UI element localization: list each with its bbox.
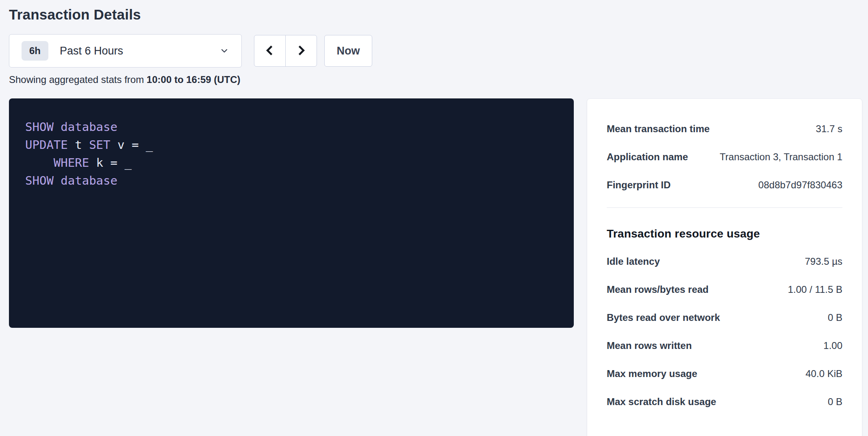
chevron-left-icon <box>264 44 276 58</box>
stat-label: Max memory usage <box>607 368 705 379</box>
code-line: UPDATE t SET v = _ <box>25 136 558 154</box>
usage-rows: Idle latency793.5 µsMean rows/bytes read… <box>607 256 842 408</box>
stat-value: 1.00 <box>823 340 842 351</box>
summary-rows: Mean transaction time31.7 sApplication n… <box>607 123 842 191</box>
stat-value: 0 B <box>828 396 842 408</box>
stat-row: Max scratch disk usage0 B <box>607 396 842 408</box>
stat-value: 0 B <box>828 312 842 323</box>
code-line: SHOW database <box>25 172 558 190</box>
caption-prefix: Showing aggregated stats from <box>9 74 147 85</box>
stat-label: Max scratch disk usage <box>607 396 724 408</box>
now-button[interactable]: Now <box>324 35 372 67</box>
stat-row: Max memory usage40.0 KiB <box>607 368 842 379</box>
stat-label: Fingerprint ID <box>607 179 679 191</box>
card-divider <box>607 207 842 208</box>
time-nav-group <box>254 35 317 67</box>
stat-row: Application nameTransaction 3, Transacti… <box>607 151 842 163</box>
aggregated-stats-caption: Showing aggregated stats from 10:00 to 1… <box>9 74 862 85</box>
time-range-picker[interactable]: 6h Past 6 Hours <box>9 34 242 68</box>
time-range-badge: 6h <box>22 41 48 61</box>
code-line: WHERE k = _ <box>25 154 558 172</box>
sql-statements-panel[interactable]: SHOW databaseUPDATE t SET v = _ WHERE k … <box>9 98 574 328</box>
stat-row: Bytes read over network0 B <box>607 312 842 323</box>
transaction-details-page: Transaction Details 6h Past 6 Hours <box>0 0 868 436</box>
stat-label: Mean transaction time <box>607 123 718 135</box>
caption-range: 10:00 to 16:59 (UTC) <box>147 74 241 85</box>
stat-label: Idle latency <box>607 256 668 267</box>
stat-row: Fingerprint ID08d8b7d97f830463 <box>607 179 842 191</box>
stat-value: 1.00 / 11.5 B <box>788 284 842 295</box>
stat-value: Transaction 3, Transaction 1 <box>720 151 842 163</box>
stat-value: 40.0 KiB <box>805 368 842 379</box>
code-line: SHOW database <box>25 118 558 136</box>
main-content: SHOW databaseUPDATE t SET v = _ WHERE k … <box>9 98 862 436</box>
stat-label: Mean rows/bytes read <box>607 284 717 295</box>
page-title: Transaction Details <box>9 7 862 23</box>
time-range-label: Past 6 Hours <box>60 45 123 57</box>
usage-heading: Transaction resource usage <box>607 227 842 240</box>
stat-value: 31.7 s <box>816 123 842 135</box>
stat-row: Mean rows written1.00 <box>607 340 842 351</box>
stat-row: Idle latency793.5 µs <box>607 256 842 267</box>
stat-label: Bytes read over network <box>607 312 728 323</box>
stat-row: Mean rows/bytes read1.00 / 11.5 B <box>607 284 842 295</box>
prev-time-button[interactable] <box>254 35 286 67</box>
time-controls: 6h Past 6 Hours <box>9 34 862 68</box>
chevron-right-icon <box>295 44 307 58</box>
transaction-details-card: Mean transaction time31.7 sApplication n… <box>587 98 862 436</box>
stat-label: Mean rows written <box>607 340 700 351</box>
chevron-down-icon <box>219 46 229 56</box>
stat-row: Mean transaction time31.7 s <box>607 123 842 135</box>
stat-label: Application name <box>607 151 696 163</box>
next-time-button[interactable] <box>285 35 317 67</box>
stat-value: 08d8b7d97f830463 <box>758 179 842 191</box>
stat-value: 793.5 µs <box>805 256 842 267</box>
